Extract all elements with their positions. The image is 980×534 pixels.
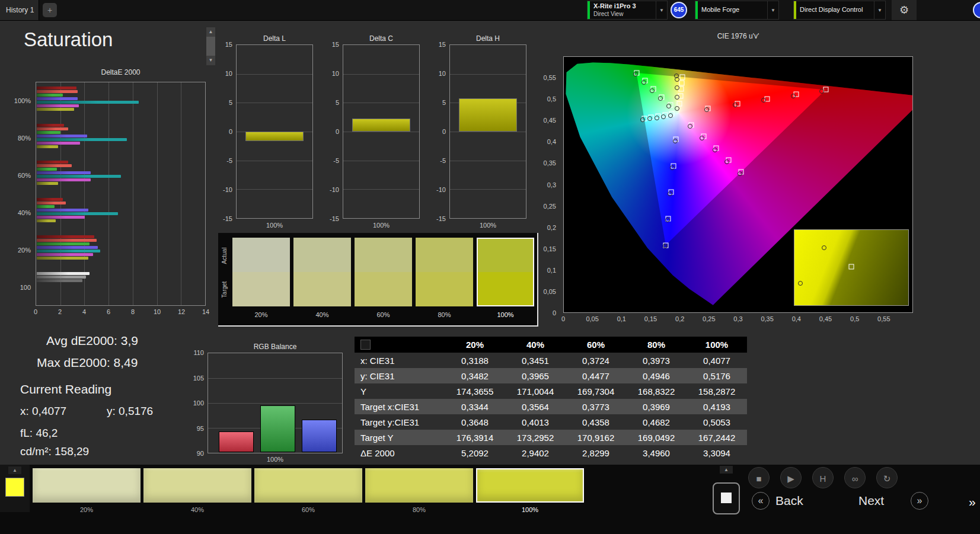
axis-tick-label: 60% <box>18 172 31 179</box>
pattern-window-button[interactable] <box>713 482 740 514</box>
chevron-down-icon[interactable]: ▼ <box>767 1 778 19</box>
axis-tick-label: -10 <box>212 186 232 193</box>
cie-yticks: 00,050,10,150,20,250,30,350,40,450,50,55 <box>532 56 560 313</box>
table-cell: 0,3451 <box>505 356 566 366</box>
deltae-bar <box>37 142 80 145</box>
table-cell: 168,8322 <box>626 386 687 396</box>
cie-measurement-marker <box>724 159 729 164</box>
deltae-bar-group <box>37 124 205 149</box>
axis-tick-label: 12 <box>178 308 185 315</box>
rgb-bar-green <box>260 405 295 452</box>
table-cell: 0,3724 <box>566 356 626 366</box>
axis-tick-label: 15 <box>426 41 446 48</box>
deltae-bar <box>37 246 98 249</box>
table-cell: 173,2952 <box>505 433 566 443</box>
play-button[interactable]: ▶ <box>780 467 802 488</box>
rgb-bar-red <box>219 431 254 452</box>
pattern-swatch-label: 20% <box>33 506 141 513</box>
pattern-source-dropdown[interactable]: Mobile Forge ▼ <box>695 1 779 20</box>
back-button[interactable]: Back <box>775 492 803 510</box>
axis-tick-label: 0,35 <box>544 159 556 167</box>
axis-tick-label: -15 <box>212 215 232 222</box>
current-pattern-tile: ▲ <box>0 465 30 512</box>
deltae-bar <box>37 131 60 134</box>
next-page-chevron[interactable]: » <box>969 493 976 511</box>
tab-history-1[interactable]: History 1 <box>0 0 39 20</box>
axis-tick-label: 0,2 <box>547 224 556 231</box>
meter-dropdown[interactable]: X-Rite i1Pro 3 Direct View ▼ <box>587 1 668 20</box>
settings-button[interactable]: ⚙ <box>892 0 917 20</box>
chevron-down-icon[interactable]: ▼ <box>656 1 667 19</box>
cie-measurement-marker <box>640 117 645 122</box>
continuous-button[interactable]: ∞ <box>844 467 866 488</box>
gridline <box>343 132 419 132</box>
reading-fl: fL: 46,2 <box>20 427 58 440</box>
axis-tick-label: 0,15 <box>544 245 556 252</box>
rgb-xlabel: 100% <box>208 456 343 463</box>
deltae-bar <box>37 253 93 256</box>
gridline <box>450 74 526 75</box>
deltae-bar <box>37 171 91 174</box>
next-button[interactable]: Next <box>858 492 884 510</box>
delta-xlabel: 100% <box>449 222 526 229</box>
pattern-swatch-button[interactable] <box>365 468 473 503</box>
cie-measurement-marker <box>633 72 638 76</box>
table-cell: 0,3648 <box>445 417 505 427</box>
cie-measurement-marker <box>673 139 678 143</box>
back-chevron-button[interactable]: « <box>752 492 770 510</box>
stop-button[interactable]: ■ <box>748 467 770 488</box>
hold-icon: H <box>820 474 826 484</box>
delta-chart-title: Delta C <box>343 34 420 43</box>
actual-swatch <box>416 238 473 272</box>
add-tab-button[interactable]: + <box>43 3 57 17</box>
next-chevron-button[interactable]: » <box>911 492 928 510</box>
display-control-dropdown[interactable]: Direct Display Control ▼ <box>793 1 886 20</box>
gridline <box>237 74 312 75</box>
cie-measurement-marker <box>700 136 704 140</box>
table-row: Target Y176,3914173,2952170,9162169,0492… <box>355 430 747 445</box>
deltae-bar <box>37 108 74 111</box>
table-cell: 170,9162 <box>566 433 626 443</box>
measurement-count-badge[interactable]: 645 <box>671 2 687 18</box>
cie-target-marker <box>679 74 685 79</box>
cie-measurement-marker <box>663 244 668 248</box>
axis-tick-label: -15 <box>319 215 339 222</box>
deltae-bar <box>37 161 68 164</box>
avg-de2000: Avg dE2000: 3,9 <box>46 334 138 348</box>
table-cell: 0,3965 <box>505 371 566 381</box>
table-row-label: x: CIE31 <box>355 356 445 366</box>
axis-tick-label: 0,4 <box>792 315 801 322</box>
current-color-swatch[interactable] <box>5 478 24 497</box>
axis-tick-label: 0,2 <box>675 315 684 322</box>
table-cell: 169,7304 <box>566 386 626 396</box>
pattern-swatch-button[interactable] <box>33 468 141 503</box>
inset-target-marker <box>849 264 854 270</box>
refresh-button[interactable]: ↻ <box>876 467 898 488</box>
table-cell: 0,4946 <box>626 371 687 381</box>
axis-tick-label: 0,1 <box>617 315 626 322</box>
pattern-swatch-button[interactable] <box>143 468 251 503</box>
table-cell: 0,5176 <box>687 371 747 381</box>
pattern-scroll-up-button[interactable]: ▲ <box>8 466 21 474</box>
table-corner-icon[interactable] <box>360 340 371 350</box>
playlist-scroll-up-button[interactable]: ▲ <box>720 466 733 474</box>
reading-x: x: 0,4077 <box>20 405 66 418</box>
chevron-down-icon[interactable]: ▼ <box>874 1 885 19</box>
axis-tick-label: 80% <box>18 135 31 142</box>
swatch-pair <box>355 238 412 306</box>
table-cell: 174,3655 <box>445 386 505 396</box>
axis-tick-label: 14 <box>202 308 209 315</box>
axis-tick-label: 0,5 <box>547 95 556 103</box>
cie-measurement-marker <box>675 85 679 90</box>
hold-button[interactable]: H <box>812 467 834 488</box>
actual-swatch <box>355 238 412 272</box>
pattern-swatch-button[interactable] <box>476 468 584 503</box>
axis-tick-label: 100 <box>20 284 31 291</box>
deltae-bar <box>37 257 88 260</box>
axis-tick-label: 0,55 <box>544 74 556 81</box>
swatch-level-label: 100% <box>477 311 534 318</box>
pattern-swatch-button[interactable] <box>254 468 362 503</box>
table-row-label: Target Y <box>355 433 445 443</box>
axis-tick-label: -5 <box>319 157 339 164</box>
table-column-header: 20% <box>445 340 505 350</box>
